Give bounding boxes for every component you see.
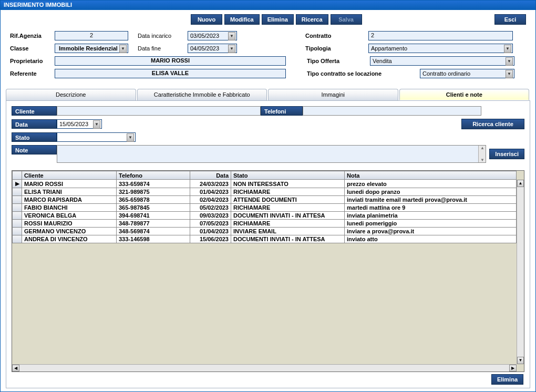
cell-telefono: 394-698741	[117, 212, 190, 220]
clients-grid[interactable]: Cliente Telefono Data Stato Nota ▶MARIO …	[12, 170, 524, 372]
grid-horizontal-scrollbar[interactable]	[12, 364, 517, 372]
cell-telefono: 365-987845	[117, 204, 190, 212]
nuovo-button[interactable]: Nuovo	[191, 14, 222, 25]
data-filter-label: Data	[12, 119, 57, 129]
rif-agenzia-label: Rif.Agenzia	[10, 33, 55, 39]
col-nota[interactable]: Nota	[345, 171, 517, 180]
contratto-label: Contratto	[305, 33, 368, 39]
classe-select[interactable]: Immobile Residenzial	[55, 44, 128, 53]
tipologia-select[interactable]: Appartamento	[368, 44, 513, 53]
data-fine-label: Data fine	[138, 45, 188, 51]
grid-vertical-scrollbar[interactable]	[517, 180, 524, 364]
cell-cliente: VERONICA BELGA	[22, 212, 117, 220]
stato-filter-select[interactable]	[57, 132, 136, 142]
row-selector[interactable]	[13, 204, 22, 212]
table-row[interactable]: ELISA TRIANI321-98987501/04/2023RICHIAMA…	[13, 188, 517, 196]
cell-cliente: MARCO RAPISARDA	[22, 196, 117, 204]
cell-data: 15/06/2023	[190, 235, 231, 243]
cell-nota: lunedi dopo pranzo	[345, 188, 517, 196]
table-row[interactable]: FABIO BIANCHI365-98784505/02/2023RICHIAM…	[13, 204, 517, 212]
tipo-contratto-loc-value: Contratto ordinario	[422, 70, 470, 77]
tipo-contratto-loc-select[interactable]: Contratto ordinario	[420, 69, 514, 78]
classe-value: Immobile Residenzial	[59, 45, 118, 51]
tipologia-label: Tipologia	[305, 45, 368, 51]
table-row[interactable]: GERMANO VINCENZO348-56987401/04/2023INVI…	[13, 228, 517, 235]
salva-button: Salva	[331, 14, 362, 25]
data-fine-value: 04/05/2023	[190, 45, 219, 51]
row-selector[interactable]	[13, 188, 22, 196]
cell-nota: lunedi pomeriggio	[345, 220, 517, 228]
data-incarico-select[interactable]: 03/05/2023	[188, 31, 237, 40]
row-selector[interactable]: ▶	[13, 180, 22, 188]
data-fine-select[interactable]: 04/05/2023	[188, 44, 237, 53]
ricerca-button[interactable]: Ricerca	[296, 14, 328, 25]
referente-field[interactable]: ELISA VALLE	[55, 69, 286, 78]
data-incarico-label: Data incarico	[138, 33, 188, 39]
cell-data: 01/04/2023	[190, 188, 231, 196]
cell-nota: prezzo elevato	[345, 180, 517, 188]
col-telefono[interactable]: Telefono	[117, 171, 190, 180]
esci-button[interactable]: Esci	[494, 14, 526, 25]
proprietario-field[interactable]: MARIO ROSSI	[55, 56, 286, 66]
window-title: INSERIMENTO IMMOBILI	[1, 1, 535, 10]
note-filter-input[interactable]: ▲▼	[57, 145, 486, 163]
inserisci-button[interactable]: Inserisci	[489, 149, 524, 159]
tab-caratteristiche[interactable]: Caratteristiche Immobile e Fabbricato	[137, 89, 267, 100]
row-selector[interactable]	[13, 196, 22, 204]
note-filter-label: Note	[12, 145, 57, 154]
row-selector[interactable]	[13, 228, 22, 235]
cell-data: 09/03/2023	[190, 212, 231, 220]
rif-agenzia-field[interactable]: 2	[55, 31, 128, 40]
cell-telefono: 348-789877	[117, 220, 190, 228]
row-selector[interactable]	[13, 235, 22, 243]
elimina-button[interactable]: Elimina	[262, 14, 294, 25]
table-row[interactable]: VERONICA BELGA394-69874109/03/2023DOCUME…	[13, 212, 517, 220]
cell-stato: INVIARE EMAIL	[231, 228, 345, 235]
referente-label: Referente	[10, 70, 55, 77]
tab-immagini[interactable]: Immagini	[268, 89, 398, 100]
cell-nota: inviato atto	[345, 235, 517, 243]
telefoni-filter-label: Telefoni	[261, 106, 303, 116]
cell-data: 24/03/2023	[190, 180, 231, 188]
elimina-row-button[interactable]: Elimina	[491, 374, 523, 385]
cell-data: 07/05/2023	[190, 220, 231, 228]
cell-nota: inviata planimetria	[345, 212, 517, 220]
cell-stato: DOCUMENTI INVIATI - IN ATTESA	[231, 212, 345, 220]
telefoni-filter-input[interactable]	[303, 106, 481, 116]
data-filter-select[interactable]: 15/05/2023	[57, 119, 102, 129]
data-filter-value: 15/05/2023	[59, 121, 88, 127]
stato-filter-label: Stato	[12, 132, 57, 142]
cell-stato: ATTENDE DOCUMENTI	[231, 196, 345, 204]
row-selector[interactable]	[13, 212, 22, 220]
cell-stato: RICHIAMARE	[231, 188, 345, 196]
note-scrollbar[interactable]: ▲▼	[478, 146, 486, 162]
tipo-offerta-label: Tipo Offerta	[307, 58, 370, 64]
cliente-filter-input[interactable]	[57, 106, 261, 116]
modifica-button[interactable]: Modifica	[224, 14, 260, 25]
ricerca-cliente-button[interactable]: Ricerca cliente	[461, 119, 524, 129]
col-cliente[interactable]: Cliente	[22, 171, 117, 180]
classe-label: Classe	[10, 45, 55, 51]
cell-nota: inviare a prova@prova.it	[345, 228, 517, 235]
cell-telefono: 333-659874	[117, 180, 190, 188]
table-row[interactable]: ▶MARIO ROSSI333-65987424/03/2023NON INTE…	[13, 180, 517, 188]
data-incarico-value: 03/05/2023	[190, 33, 219, 39]
tab-clienti-note[interactable]: Clienti e note	[399, 89, 530, 100]
tipo-offerta-select[interactable]: Vendita	[370, 56, 514, 66]
table-row[interactable]: ROSSI MAURIZIO348-78987707/05/2023RICHIA…	[13, 220, 517, 228]
tipo-offerta-value: Vendita	[373, 58, 392, 64]
cell-data: 05/02/2023	[190, 204, 231, 212]
cell-nota: martedi mattina ore 9	[345, 204, 517, 212]
cell-telefono: 321-989875	[117, 188, 190, 196]
tipo-contratto-loc-label: Tipo contratto se locazione	[307, 70, 420, 77]
col-stato[interactable]: Stato	[231, 171, 345, 180]
table-row[interactable]: MARCO RAPISARDA365-65987802/04/2023ATTEN…	[13, 196, 517, 204]
contratto-field[interactable]: 2	[368, 31, 513, 40]
cell-stato: RICHIAMARE	[231, 220, 345, 228]
cell-cliente: ELISA TRIANI	[22, 188, 117, 196]
col-data[interactable]: Data	[190, 171, 231, 180]
table-row[interactable]: ANDREA DI VINCENZO333-14659815/06/2023DO…	[13, 235, 517, 243]
cliente-filter-label: Cliente	[12, 106, 57, 116]
row-selector[interactable]	[13, 220, 22, 228]
tab-descrizione[interactable]: Descrizione	[6, 89, 136, 100]
